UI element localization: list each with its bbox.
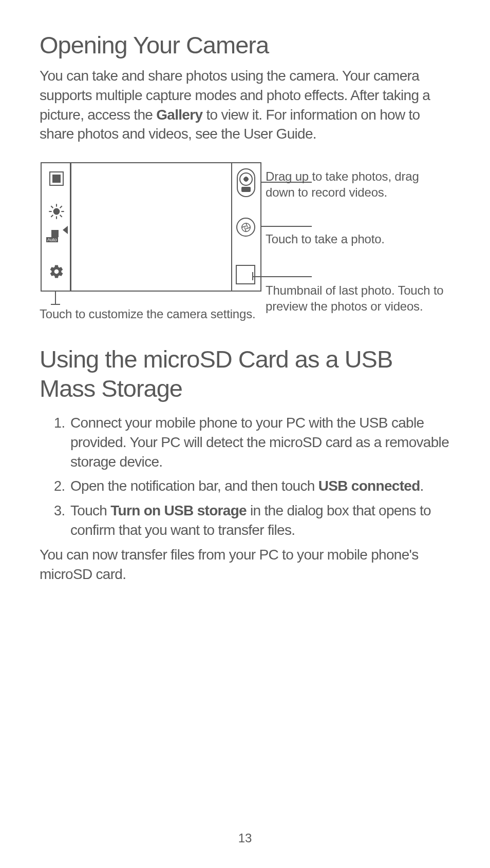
svg-point-9 <box>241 223 250 232</box>
step-2-text-1: Open the notification bar, and then touc… <box>70 478 318 494</box>
step-2-bold: USB connected <box>318 478 420 494</box>
shutter-button-icon <box>236 218 255 237</box>
callout-line-settings-v <box>55 292 56 304</box>
label-thumbnail: Thumbnail of last photo. Touch to previe… <box>266 283 450 314</box>
callout-line-settings-h <box>51 304 60 305</box>
step-1-text: Connect your mobile phone to your PC wit… <box>70 415 449 470</box>
camera-diagram: Auto <box>40 162 450 321</box>
viewfinder-icon <box>49 171 64 186</box>
after-paragraph: You can now transfer files from your PC … <box>40 545 450 584</box>
diagram-labels: Drag up to take photos, drag down to rec… <box>266 162 450 314</box>
svg-line-6 <box>60 215 62 217</box>
step-2: Open the notification bar, and then touc… <box>68 476 450 496</box>
step-2-text-2: . <box>420 478 424 494</box>
intro-paragraph: You can take and share photos using the … <box>40 66 450 144</box>
divider-left <box>70 163 71 291</box>
capture-slider-icon <box>237 168 255 197</box>
flash-icon <box>48 203 65 220</box>
steps-list: Connect your mobile phone to your PC wit… <box>40 413 450 540</box>
settings-caption: Touch to customize the camera settings. <box>40 307 266 321</box>
callout-line-slider <box>261 182 312 183</box>
camera-diagram-figure: Auto <box>40 162 266 321</box>
svg-line-5 <box>51 206 53 208</box>
intro-bold-gallery: Gallery <box>156 107 202 123</box>
auto-mode-icon: Auto <box>49 234 66 250</box>
camera-frame: Auto <box>41 162 261 292</box>
step-3-bold: Turn on USB storage <box>110 503 247 518</box>
svg-point-0 <box>54 209 60 215</box>
page: Opening Your Camera You can take and sha… <box>0 0 490 868</box>
divider-right <box>231 163 233 291</box>
settings-gear-icon <box>49 264 64 279</box>
page-number: 13 <box>0 831 490 845</box>
callout-line-thumb-h <box>252 276 312 277</box>
svg-line-8 <box>60 206 62 208</box>
svg-line-7 <box>51 215 53 217</box>
step-1: Connect your mobile phone to your PC wit… <box>68 413 450 471</box>
heading-microsd: Using the microSD Card as a USB Mass Sto… <box>40 345 450 403</box>
step-3: Touch Turn on USB storage in the dialog … <box>68 501 450 540</box>
label-slider: Drag up to take photos, drag down to rec… <box>266 169 450 215</box>
heading-opening-camera: Opening Your Camera <box>40 31 450 59</box>
step-3-text-1: Touch <box>70 503 110 518</box>
label-shutter: Touch to take a photo. <box>266 232 450 262</box>
callout-line-shutter <box>261 226 312 227</box>
